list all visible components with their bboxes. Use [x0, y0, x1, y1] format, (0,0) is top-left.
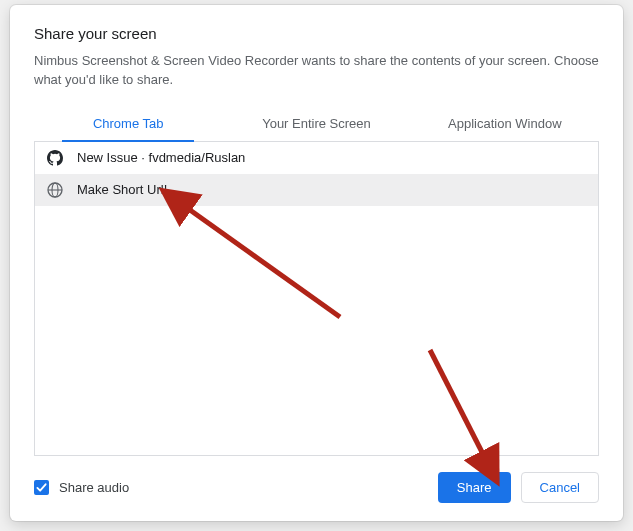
tab-entire-screen[interactable]: Your Entire Screen: [222, 108, 410, 141]
list-item[interactable]: New Issue · fvdmedia/Ruslan: [35, 142, 598, 174]
list-item-label: New Issue · fvdmedia/Ruslan: [77, 150, 245, 165]
checkbox-checked-icon: [34, 480, 49, 495]
share-button[interactable]: Share: [438, 472, 511, 503]
share-screen-dialog: Share your screen Nimbus Screenshot & Sc…: [10, 5, 623, 521]
dialog-title: Share your screen: [34, 25, 599, 42]
dialog-footer: Share audio Share Cancel: [34, 456, 599, 503]
tab-list: New Issue · fvdmedia/Ruslan Make Short U…: [34, 142, 599, 456]
tab-chrome-tab[interactable]: Chrome Tab: [34, 108, 222, 141]
list-item[interactable]: Make Short Url!: [35, 174, 598, 206]
share-audio-label: Share audio: [59, 480, 129, 495]
share-audio-checkbox[interactable]: Share audio: [34, 480, 129, 495]
list-item-label: Make Short Url!: [77, 182, 167, 197]
globe-icon: [47, 182, 63, 198]
dialog-subtext: Nimbus Screenshot & Screen Video Recorde…: [34, 52, 599, 90]
tab-application-window[interactable]: Application Window: [411, 108, 599, 141]
source-tabs: Chrome Tab Your Entire Screen Applicatio…: [34, 108, 599, 142]
dialog-buttons: Share Cancel: [438, 472, 599, 503]
cancel-button[interactable]: Cancel: [521, 472, 599, 503]
github-icon: [47, 150, 63, 166]
